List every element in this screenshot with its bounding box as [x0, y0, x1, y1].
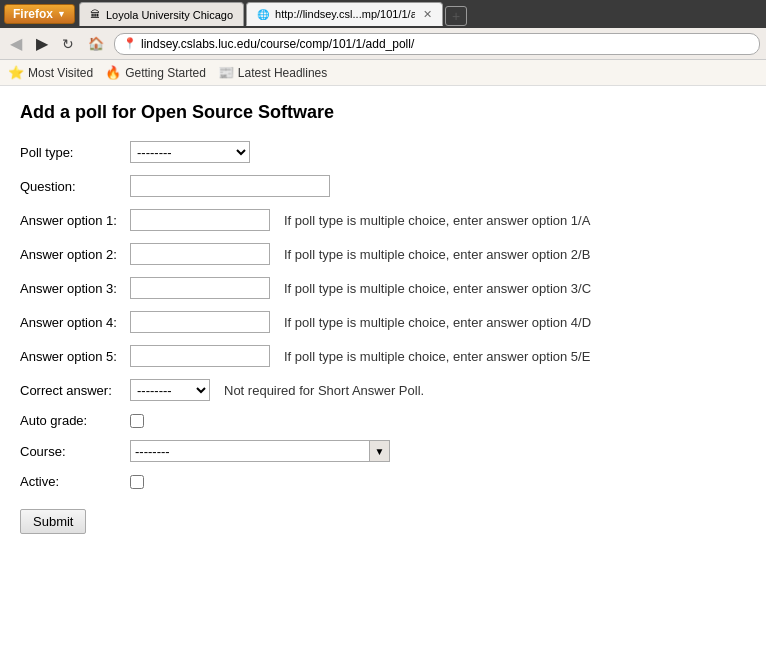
title-bar: Firefox ▼ 🏛 Loyola University Chicago 🌐 …	[0, 0, 766, 28]
answer-option-4-hint: If poll type is multiple choice, enter a…	[284, 315, 591, 330]
question-input[interactable]	[130, 175, 330, 197]
page-content: Add a poll for Open Source Software Poll…	[0, 86, 766, 636]
tab-favicon-loyola: 🏛	[90, 9, 100, 20]
answer-option-2-row: Answer option 2: If poll type is multipl…	[20, 243, 746, 265]
reload-button[interactable]: ↻	[58, 34, 78, 54]
auto-grade-label: Auto grade:	[20, 413, 130, 428]
answer-option-3-hint: If poll type is multiple choice, enter a…	[284, 281, 591, 296]
firefox-label: Firefox	[13, 7, 53, 21]
tab-addpoll[interactable]: 🌐 http://lindsey.csl...mp/101/1/add_poll…	[246, 2, 443, 26]
answer-option-4-row: Answer option 4: If poll type is multipl…	[20, 311, 746, 333]
back-button[interactable]: ◀	[6, 32, 26, 55]
answer-option-2-label: Answer option 2:	[20, 247, 130, 262]
getting-started-label: Getting Started	[125, 66, 206, 80]
active-row: Active:	[20, 474, 746, 489]
answer-option-4-input[interactable]	[130, 311, 270, 333]
course-label: Course:	[20, 444, 130, 459]
home-button[interactable]: 🏠	[84, 34, 108, 53]
answer-option-4-label: Answer option 4:	[20, 315, 130, 330]
tab-title-addpoll: http://lindsey.csl...mp/101/1/add_poll/	[275, 8, 415, 20]
auto-grade-checkbox[interactable]	[130, 414, 144, 428]
nav-bar: ◀ ▶ ↻ 🏠 📍	[0, 28, 766, 60]
correct-answer-label: Correct answer:	[20, 383, 130, 398]
tab-title-loyola: Loyola University Chicago	[106, 9, 233, 21]
question-row: Question:	[20, 175, 746, 197]
new-tab-button[interactable]: +	[445, 6, 467, 26]
answer-option-5-label: Answer option 5:	[20, 349, 130, 364]
submit-button[interactable]: Submit	[20, 509, 86, 534]
tab-favicon-addpoll: 🌐	[257, 9, 269, 20]
poll-type-label: Poll type:	[20, 145, 130, 160]
poll-type-row: Poll type: --------	[20, 141, 746, 163]
latest-headlines-icon: 📰	[218, 65, 234, 80]
page-title: Add a poll for Open Source Software	[20, 102, 746, 123]
getting-started-icon: 🔥	[105, 65, 121, 80]
active-checkbox[interactable]	[130, 475, 144, 489]
answer-option-1-hint: If poll type is multiple choice, enter a…	[284, 213, 590, 228]
bookmark-most-visited[interactable]: ⭐ Most Visited	[8, 65, 93, 80]
answer-option-1-row: Answer option 1: If poll type is multipl…	[20, 209, 746, 231]
latest-headlines-label: Latest Headlines	[238, 66, 327, 80]
answer-option-3-row: Answer option 3: If poll type is multipl…	[20, 277, 746, 299]
answer-option-5-row: Answer option 5: If poll type is multipl…	[20, 345, 746, 367]
active-label: Active:	[20, 474, 130, 489]
correct-answer-row: Correct answer: -------- Not required fo…	[20, 379, 746, 401]
answer-option-2-hint: If poll type is multiple choice, enter a…	[284, 247, 590, 262]
address-input[interactable]	[141, 37, 751, 51]
answer-option-3-label: Answer option 3:	[20, 281, 130, 296]
answer-option-1-input[interactable]	[130, 209, 270, 231]
most-visited-label: Most Visited	[28, 66, 93, 80]
poll-type-select[interactable]: --------	[130, 141, 250, 163]
tabs-bar: 🏛 Loyola University Chicago 🌐 http://lin…	[79, 2, 762, 26]
browser-window: Firefox ▼ 🏛 Loyola University Chicago 🌐 …	[0, 0, 766, 636]
forward-button[interactable]: ▶	[32, 32, 52, 55]
answer-option-1-label: Answer option 1:	[20, 213, 130, 228]
course-row: Course: -------- ▼	[20, 440, 746, 462]
firefox-dropdown-arrow: ▼	[57, 9, 66, 19]
tab-loyola[interactable]: 🏛 Loyola University Chicago	[79, 2, 244, 26]
most-visited-icon: ⭐	[8, 65, 24, 80]
answer-option-2-input[interactable]	[130, 243, 270, 265]
bookmark-getting-started[interactable]: 🔥 Getting Started	[105, 65, 206, 80]
submit-row: Submit	[20, 501, 746, 534]
answer-option-5-input[interactable]	[130, 345, 270, 367]
bookmarks-bar: ⭐ Most Visited 🔥 Getting Started 📰 Lates…	[0, 60, 766, 86]
address-bar-wrapper: 📍	[114, 33, 760, 55]
correct-answer-select[interactable]: --------	[130, 379, 210, 401]
correct-answer-hint: Not required for Short Answer Poll.	[224, 383, 424, 398]
course-select[interactable]: --------	[131, 443, 369, 460]
tab-close-button[interactable]: ✕	[423, 8, 432, 21]
auto-grade-row: Auto grade:	[20, 413, 746, 428]
answer-option-3-input[interactable]	[130, 277, 270, 299]
course-dropdown-button[interactable]: ▼	[369, 441, 389, 461]
answer-option-5-hint: If poll type is multiple choice, enter a…	[284, 349, 590, 364]
course-select-wrapper: -------- ▼	[130, 440, 390, 462]
question-label: Question:	[20, 179, 130, 194]
bookmark-latest-headlines[interactable]: 📰 Latest Headlines	[218, 65, 327, 80]
firefox-button[interactable]: Firefox ▼	[4, 4, 75, 24]
location-icon: 📍	[123, 37, 137, 50]
